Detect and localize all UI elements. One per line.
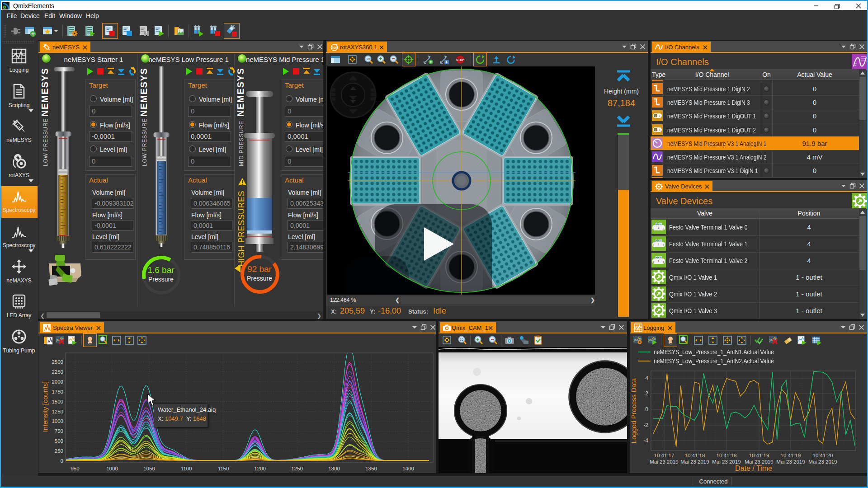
svg-text:10:41:17: 10:41:17 [654, 453, 675, 458]
svg-text:10:41:18: 10:41:18 [685, 453, 705, 458]
svg-text:10:41:18: 10:41:18 [717, 453, 737, 458]
svg-text:1: 1 [659, 128, 660, 131]
svg-text:1300: 1300 [328, 466, 340, 471]
svg-text:0: 0 [645, 406, 648, 413]
svg-text:Logged Process Data: Logged Process Data [630, 378, 637, 443]
svg-text:-2: -2 [643, 422, 648, 428]
svg-text:1000: 1000 [52, 418, 63, 424]
svg-text:Mai 23 2019: Mai 23 2019 [776, 459, 805, 465]
svg-text:500: 500 [55, 438, 63, 444]
svg-text:1500: 1500 [52, 399, 63, 404]
svg-text:1250: 1250 [52, 409, 63, 414]
svg-text:Date / Time: Date / Time [735, 465, 772, 472]
svg-text:1200: 1200 [254, 466, 266, 471]
svg-text:950: 950 [71, 466, 79, 471]
svg-text:Intensity [counts]: Intensity [counts] [41, 381, 49, 432]
svg-text:1250: 1250 [291, 466, 303, 471]
svg-text:Mai 23 2019: Mai 23 2019 [712, 459, 741, 465]
svg-text:2000: 2000 [52, 379, 63, 385]
svg-text:1750: 1750 [52, 389, 63, 394]
svg-text:10: 10 [460, 338, 463, 341]
svg-text:Mai 23 2019: Mai 23 2019 [808, 459, 837, 465]
svg-text:10:41:20: 10:41:20 [813, 453, 833, 458]
svg-text:1000: 1000 [106, 466, 118, 471]
svg-text:1050: 1050 [143, 466, 155, 471]
svg-text:250: 250 [55, 448, 63, 454]
svg-text:1350: 1350 [365, 466, 377, 471]
svg-text:10: 10 [366, 57, 370, 61]
svg-text:1: 1 [659, 114, 660, 117]
svg-text:2500: 2500 [52, 359, 63, 365]
svg-text:Mai 23 2019: Mai 23 2019 [680, 459, 709, 465]
svg-text:STOP: STOP [456, 58, 464, 61]
svg-text:10:41:19: 10:41:19 [749, 453, 769, 458]
svg-text:4: 4 [645, 375, 648, 381]
svg-text:1150: 1150 [218, 466, 229, 471]
svg-text:0: 0 [655, 128, 656, 131]
svg-text:1100: 1100 [181, 466, 192, 471]
svg-text:360: 360 [331, 46, 337, 50]
svg-text:750: 750 [55, 428, 63, 434]
svg-text:2: 2 [645, 390, 648, 397]
svg-text:10:41:19: 10:41:19 [781, 453, 801, 458]
svg-text:0: 0 [655, 114, 656, 117]
svg-text:1400: 1400 [402, 466, 414, 471]
svg-text:Mai 23 2019: Mai 23 2019 [745, 459, 773, 465]
svg-text:2250: 2250 [52, 369, 63, 375]
svg-text:Mai 23 2019: Mai 23 2019 [650, 459, 678, 465]
svg-text:0: 0 [61, 458, 63, 464]
svg-text:-4: -4 [643, 437, 648, 444]
